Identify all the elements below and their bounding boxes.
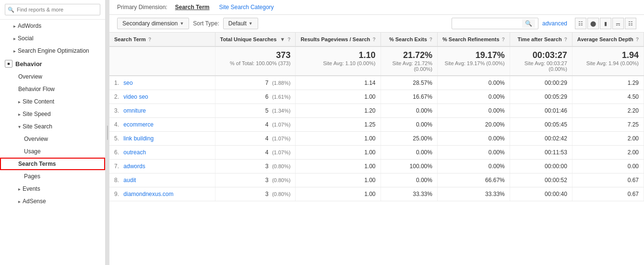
- searches-cell: 3 (0.80%): [215, 160, 296, 173]
- sidebar-item-ss-overview[interactable]: Overview: [0, 133, 105, 145]
- summary-results-pv-cell: 1.10 Site Avg: 1.10 (0.00%): [296, 46, 381, 76]
- col-results-pv: Results Pageviews / Search ?: [296, 33, 381, 46]
- depth-cell: 0.67: [572, 187, 644, 201]
- results-pv-cell: 1.00: [296, 90, 381, 104]
- term-link[interactable]: link building: [123, 135, 154, 142]
- row-number: 5.: [114, 135, 119, 142]
- term-link[interactable]: adwords: [123, 163, 145, 170]
- sidebar-item-adsense[interactable]: ▸ AdSense: [0, 195, 105, 207]
- time-cell: 00:11:53: [510, 146, 572, 160]
- sidebar-behavior-label: Behavior: [15, 60, 42, 68]
- results-pv-cell: 1.00: [296, 132, 381, 146]
- total-searches-pct: % of Total: 100.00% (373): [220, 60, 291, 66]
- sidebar-item-site-content[interactable]: ▸ Site Content: [0, 95, 105, 108]
- sidebar-item-site-search[interactable]: ▾ Site Search: [0, 120, 105, 133]
- summary-time-avg: Site Avg: 00:03:27 (0.00%): [515, 60, 567, 72]
- advanced-link[interactable]: advanced: [542, 20, 567, 27]
- row-number: 1.: [114, 80, 119, 86]
- col-total-unique: Total Unique Searches ▼ ?: [215, 33, 296, 46]
- refinements-cell: 66.67%: [437, 173, 510, 187]
- site-search-category-link[interactable]: Site Search Category: [219, 4, 274, 11]
- term-cell: 8. audit: [109, 173, 215, 187]
- behavior-icon: ■: [5, 60, 12, 68]
- table-row: 4. ecommerce 4 (1.07%) 1.25 0.00% 20.00%…: [109, 118, 644, 132]
- sidebar-item-label: Usage: [24, 148, 41, 155]
- searches-cell: 4 (1.07%): [215, 132, 296, 146]
- sidebar-item-events[interactable]: ▸ Events: [0, 183, 105, 195]
- main-content: Primary Dimension: Search Term Site Sear…: [109, 0, 644, 265]
- search-term-link[interactable]: Search Term: [175, 4, 210, 11]
- term-link[interactable]: omniture: [123, 107, 146, 114]
- sidebar-item-label: Overview: [24, 136, 48, 142]
- searches-cell: 7 (1.88%): [215, 76, 296, 90]
- sort-default-button[interactable]: Default ▼: [223, 18, 258, 29]
- sidebar-item-ss-usage[interactable]: Usage: [0, 145, 105, 158]
- resize-handle[interactable]: [106, 0, 109, 265]
- sidebar-item-ss-search-terms[interactable]: Search Terms: [0, 158, 105, 170]
- table-search-button[interactable]: 🔍: [522, 19, 535, 28]
- bar-view-icon[interactable]: ▮: [600, 18, 611, 29]
- help-icon[interactable]: ?: [287, 37, 290, 42]
- sidebar-item-overview[interactable]: Overview: [0, 70, 105, 83]
- help-icon[interactable]: ?: [636, 37, 639, 42]
- term-link[interactable]: audit: [123, 177, 136, 184]
- term-link[interactable]: diamondnexus.com: [123, 191, 173, 197]
- table-row: 7. adwords 3 (0.80%) 1.00 100.00% 0.00% …: [109, 160, 644, 173]
- sidebar-item-label: Site Speed: [23, 111, 51, 117]
- exits-cell: 28.57%: [381, 76, 437, 90]
- primary-dim-label: Primary Dimension:: [117, 4, 167, 11]
- table-row: 9. diamondnexus.com 3 (0.80%) 1.00 33.33…: [109, 187, 644, 201]
- term-cell: 2. video seo: [109, 90, 215, 104]
- depth-cell: 0.00: [572, 160, 644, 173]
- help-icon[interactable]: ?: [372, 37, 375, 42]
- sidebar-item-ss-pages[interactable]: Pages: [0, 170, 105, 183]
- sidebar-item-behavior-flow[interactable]: Behavior Flow: [0, 83, 105, 95]
- searches-pct: (0.80%): [272, 191, 291, 197]
- term-link[interactable]: outreach: [123, 149, 146, 156]
- exits-cell: 25.00%: [381, 132, 437, 146]
- help-icon[interactable]: ?: [429, 37, 432, 42]
- arrow-icon: ▸: [13, 23, 16, 29]
- chevron-down-icon: ▼: [179, 21, 184, 26]
- pivot-view-icon[interactable]: ☷: [625, 18, 636, 29]
- term-link[interactable]: seo: [123, 80, 132, 86]
- comparison-view-icon[interactable]: ⚎: [612, 18, 624, 29]
- sidebar-search-icon: 🔍: [8, 7, 14, 13]
- sidebar-item-social[interactable]: ▸ Social: [0, 32, 105, 45]
- results-pv-cell: 1.00: [296, 187, 381, 201]
- term-link[interactable]: ecommerce: [123, 121, 154, 128]
- sidebar-item-site-speed[interactable]: ▸ Site Speed: [0, 108, 105, 120]
- sidebar-search-input[interactable]: [5, 4, 100, 15]
- table-row: 5. link building 4 (1.07%) 1.00 25.00% 0…: [109, 132, 644, 146]
- sidebar-section-behavior[interactable]: ■ Behavior: [0, 57, 105, 70]
- sidebar-item-adwords[interactable]: ▸ AdWords: [0, 20, 105, 32]
- sidebar-item-label: Events: [23, 185, 40, 192]
- exits-cell: 16.67%: [381, 90, 437, 104]
- col-time-after: Time after Search ?: [510, 33, 572, 46]
- time-cell: 00:00:00: [510, 160, 572, 173]
- pie-view-icon[interactable]: ⬤: [587, 18, 599, 29]
- help-icon[interactable]: ?: [564, 37, 567, 42]
- summary-depth-avg: Site Avg: 1.94 (0.00%): [577, 60, 639, 66]
- exits-cell: 0.00%: [381, 118, 437, 132]
- col-search-refinements: % Search Refinements ?: [437, 33, 510, 46]
- sort-icon[interactable]: ▼: [280, 36, 285, 42]
- refinements-cell: 33.33%: [437, 187, 510, 201]
- sidebar: 🔍 ▸ AdWords ▸ Social ▸ Search Engine Opt…: [0, 0, 106, 265]
- results-pv-cell: 1.25: [296, 118, 381, 132]
- searches-pct: (1.34%): [272, 108, 291, 114]
- term-cell: 7. adwords: [109, 160, 215, 173]
- secondary-dimension-button[interactable]: Secondary dimension ▼: [117, 18, 189, 29]
- results-pv-cell: 1.00: [296, 173, 381, 187]
- searches-pct: (1.07%): [272, 150, 291, 155]
- term-cell: 5. link building: [109, 132, 215, 146]
- table-view-icon[interactable]: ☷: [575, 18, 586, 29]
- sidebar-item-seo[interactable]: ▸ Search Engine Optimization: [0, 45, 105, 57]
- depth-cell: 7.25: [572, 118, 644, 132]
- table-search-input[interactable]: [455, 20, 522, 27]
- term-link[interactable]: video seo: [123, 93, 148, 100]
- help-icon[interactable]: ?: [148, 37, 151, 42]
- view-toggle-group: ☷ ⬤ ▮ ⚎ ☷: [575, 18, 636, 29]
- summary-depth-cell: 1.94 Site Avg: 1.94 (0.00%): [572, 46, 644, 76]
- help-icon[interactable]: ?: [502, 37, 505, 42]
